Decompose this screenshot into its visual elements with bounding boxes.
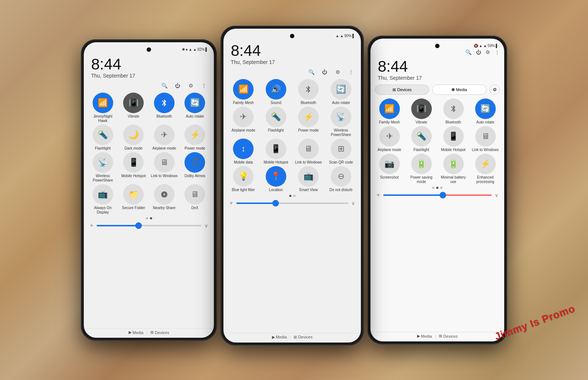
tile-processing-right[interactable]: ⚡ Enhanced processing bbox=[470, 154, 501, 184]
tile-power-center[interactable]: ⚡ Power mode bbox=[293, 107, 324, 137]
tile-dolby-left[interactable]: 🎵 Dolby Atmos bbox=[180, 152, 210, 183]
tile-bluetooth-center[interactable]: Bluetooth bbox=[293, 79, 324, 105]
settings-icon-right[interactable]: ⚙ bbox=[485, 49, 490, 55]
autorotate-tile-label-left: Auto rotate bbox=[186, 114, 204, 119]
slider-thumb-left[interactable] bbox=[135, 222, 142, 229]
tile-nearbyshare-left[interactable]: Nearby Share bbox=[150, 184, 179, 215]
tile-bluetooth-right[interactable]: Bluetooth bbox=[438, 98, 469, 125]
hotspot-tile-label-left: Mobile Hotspot bbox=[121, 174, 146, 178]
slider-track-center[interactable] bbox=[236, 202, 348, 204]
tile-smartview-center[interactable]: 📺 Smart View bbox=[293, 166, 324, 192]
tile-windows-right[interactable]: 🖥 Link to Windows bbox=[470, 126, 501, 152]
tile-battery-right[interactable]: 🔋 Minimal battery use bbox=[438, 154, 469, 184]
tile-autorotate-center[interactable]: 🔄 Auto rotate bbox=[326, 79, 357, 105]
tile-windows-center[interactable]: 🖥 Link to Windows bbox=[293, 139, 324, 165]
slider-track-left[interactable] bbox=[97, 225, 201, 226]
tile-screenshot-right[interactable]: 📷 Screenshot bbox=[374, 154, 405, 184]
devices-tab-right[interactable]: ⊞ Devices bbox=[375, 85, 429, 95]
date-center: Thu, September 17 bbox=[231, 59, 354, 65]
brightness-center: ☀ ∨ bbox=[223, 198, 361, 208]
tile-darkmode-left[interactable]: 🌙 Dark mode bbox=[119, 125, 148, 151]
power-icon-center[interactable]: ⏻ bbox=[320, 68, 329, 76]
dot-left-1 bbox=[146, 217, 148, 219]
autorotate-tile-icon-center: 🔄 bbox=[331, 79, 351, 100]
airplane-tile-label-left: Airplane mode bbox=[153, 146, 176, 151]
mobiledata-tile-label-center: Mobile data bbox=[234, 160, 253, 165]
tile-vibrate-right[interactable]: 📳 Vibrate bbox=[406, 98, 437, 125]
tile-wireless-left[interactable]: 📡 Wireless PowerShare bbox=[88, 152, 118, 183]
tile-bluelight-center[interactable]: 💡 Blue light filter bbox=[228, 166, 259, 192]
camera-notch-center bbox=[290, 34, 294, 38]
smartview-tile-icon-center: 📺 bbox=[298, 166, 319, 187]
windows-tile-icon-center: 🖥 bbox=[298, 139, 319, 159]
tile-hotspot-left[interactable]: 📱 Mobile Hotspot bbox=[119, 152, 148, 183]
tile-power-left[interactable]: ⚡ Power mode bbox=[180, 125, 210, 151]
power-icon-left[interactable]: ⏻ bbox=[173, 82, 182, 90]
tile-hotspot-center[interactable]: 📱 Mobile Hotspot bbox=[261, 139, 292, 165]
tile-airplane-right[interactable]: ✈ Airplane mode bbox=[374, 126, 405, 152]
search-icon-left[interactable]: 🔍 bbox=[160, 82, 168, 90]
tile-dex-left[interactable]: 🖥 DeX bbox=[180, 184, 210, 215]
tile-vibrate-left[interactable]: 📳 Vibrate bbox=[119, 93, 148, 123]
tile-flashlight-center[interactable]: 🔦 Flashlight bbox=[261, 107, 292, 137]
tile-familymesh-center[interactable]: 📶 Family Mesh bbox=[228, 79, 259, 105]
devices-btn-center[interactable]: ⊞ Devices bbox=[294, 335, 312, 340]
dolby-tile-icon-left: 🎵 bbox=[184, 152, 205, 173]
media-btn-right[interactable]: ▶ Media bbox=[417, 334, 432, 338]
more-icon-left[interactable]: ⋮ bbox=[200, 82, 208, 90]
more-icon-right[interactable]: ⋮ bbox=[495, 49, 500, 55]
brightness-min-icon-right: ☀ bbox=[376, 193, 380, 198]
tile-autorotate-right[interactable]: 🔄 Auto rotate bbox=[470, 98, 501, 125]
settings-circle-right[interactable]: ⚙ bbox=[490, 85, 500, 95]
media-tab-right[interactable]: Media bbox=[432, 85, 487, 95]
status-icons-left: ✱ ● ▲ ▲ 92% ▌ bbox=[182, 47, 208, 51]
chevron-down-icon-center[interactable]: ∨ bbox=[351, 200, 355, 206]
darkmode-tile-label-left: Dark mode bbox=[125, 146, 143, 151]
slider-fill-right bbox=[383, 194, 443, 196]
tile-hotspot-right[interactable]: 📱 Mobile Hotspot bbox=[438, 126, 469, 152]
tile-sound-center[interactable]: 🔊 Sound bbox=[261, 79, 292, 105]
autorotate-tile-icon-left: 🔄 bbox=[184, 93, 205, 113]
settings-icon-center[interactable]: ⚙ bbox=[334, 68, 342, 76]
search-icon-right[interactable]: 🔍 bbox=[465, 49, 472, 55]
autorotate-tile-label-center: Auto rotate bbox=[332, 101, 350, 105]
dot-center-2 bbox=[293, 195, 295, 197]
tile-dnd-center[interactable]: ⊖ Do not disturb bbox=[326, 166, 357, 192]
tile-autorotate-left[interactable]: 🔄 Auto rotate bbox=[180, 93, 210, 123]
flashlight-tile-label-center: Flashlight bbox=[268, 128, 284, 133]
signal-icon: ● bbox=[186, 47, 188, 51]
chevron-down-icon-left[interactable]: ∨ bbox=[204, 223, 208, 229]
bluetooth-icon-status: ✱ bbox=[182, 47, 185, 51]
mobiledata-tile-icon-center: ↕ bbox=[233, 139, 254, 159]
tile-bluetooth-left[interactable]: Bluetooth bbox=[150, 93, 179, 123]
tile-aod-left[interactable]: 📺 Always On Display bbox=[88, 184, 118, 215]
tile-location-center[interactable]: 📍 Location bbox=[261, 166, 292, 192]
windows-tile-icon-left: 🖥 bbox=[154, 152, 175, 173]
hotspot-tile-icon-center: 📱 bbox=[266, 139, 286, 159]
settings-icon-left[interactable]: ⚙ bbox=[187, 82, 195, 90]
chevron-down-icon-right[interactable]: ∨ bbox=[495, 192, 498, 198]
tile-airplane-left[interactable]: ✈ Airplane mode bbox=[150, 125, 179, 151]
tile-mobiledata-center[interactable]: ↕ Mobile data bbox=[228, 139, 259, 165]
tile-wifi-left[interactable]: 📶 JimmyNight Hawk bbox=[88, 93, 118, 123]
tile-flashlight-left[interactable]: 🔦 Flashlight bbox=[88, 125, 118, 151]
tile-flashlight-right[interactable]: 🔦 Flashlight bbox=[406, 126, 437, 152]
tile-powersave-right[interactable]: 🔋 Power saving mode bbox=[406, 154, 437, 184]
darkmode-tile-icon-left: 🌙 bbox=[123, 125, 144, 145]
search-icon-center[interactable]: 🔍 bbox=[307, 68, 315, 76]
devices-btn-right[interactable]: ⊞ Devices bbox=[439, 334, 458, 338]
tile-qr-center[interactable]: ⊞ Scan QR code bbox=[326, 139, 357, 165]
slider-thumb-right[interactable] bbox=[440, 192, 446, 198]
media-btn-left[interactable]: ▶ Media bbox=[129, 330, 144, 335]
tile-airplane-center[interactable]: ✈ Airplane mode bbox=[228, 107, 259, 137]
tile-wireless-center[interactable]: 📡 Wireless PowerShare bbox=[326, 107, 357, 137]
tile-windows-left[interactable]: 🖥 Link to Windows bbox=[150, 152, 179, 183]
power-icon-right[interactable]: ⏻ bbox=[476, 49, 481, 55]
tile-securefolder-left[interactable]: 📁 Secure Folder bbox=[119, 184, 148, 215]
more-icon-center[interactable]: ⋮ bbox=[347, 68, 355, 76]
tile-familymesh-right[interactable]: 📶 Family Mesh bbox=[374, 98, 405, 125]
devices-btn-left[interactable]: ⊞ Devices bbox=[150, 330, 169, 335]
media-btn-center[interactable]: ▶ Media bbox=[272, 335, 287, 340]
slider-thumb-center[interactable] bbox=[272, 200, 279, 207]
slider-track-right[interactable] bbox=[383, 194, 492, 196]
